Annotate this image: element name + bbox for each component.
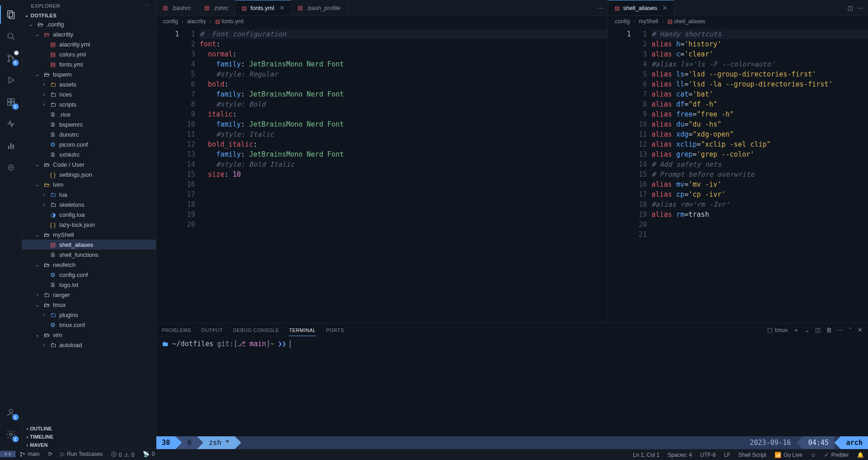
- terminal-more-icon[interactable]: ⋯: [837, 327, 843, 333]
- file-colors-yml[interactable]: ▤colors.yml: [22, 49, 156, 59]
- activity-chart[interactable]: [0, 135, 22, 157]
- kill-terminal-icon[interactable]: 🗑: [826, 327, 832, 333]
- folder--config[interactable]: ⌄🗁.config: [22, 19, 156, 29]
- editor-more-icon[interactable]: ⋯: [858, 5, 863, 11]
- status-problems[interactable]: ⓧ 0 ⚠ 0: [107, 451, 139, 459]
- status-feedback-icon[interactable]: ☺: [806, 452, 820, 458]
- section-outline[interactable]: ›OUTLINE: [22, 424, 156, 433]
- status-sync[interactable]: ⟳: [44, 451, 57, 457]
- activity-account[interactable]: 1: [0, 402, 22, 424]
- status-language[interactable]: Shell Script: [734, 452, 770, 458]
- tab--bashrc[interactable]: ▤.bashrc: [156, 0, 198, 15]
- file-config-conf[interactable]: ⚙config.conf: [22, 270, 156, 280]
- folder-skeletons[interactable]: ›🗀skeletons: [22, 199, 156, 210]
- split-terminal-icon[interactable]: ◫: [815, 327, 821, 333]
- activity-explorer[interactable]: [0, 4, 22, 26]
- breadcrumb-segment[interactable]: .config: [614, 18, 630, 25]
- section-timeline[interactable]: ›TIMELINE: [22, 433, 156, 441]
- tab--bash_profile[interactable]: ▤.bash_profile: [291, 0, 347, 15]
- breadcrumbs-right[interactable]: .config›myShell›▤ shell_aliases: [608, 16, 868, 27]
- file-picom-conf[interactable]: ⚙picom.conf: [22, 139, 156, 149]
- activity-search[interactable]: [0, 26, 22, 47]
- folder-lua[interactable]: ›🗀lua: [22, 189, 156, 199]
- project-header[interactable]: ⌄ DOTFILES: [22, 11, 156, 19]
- file-dunstrc[interactable]: 🗎dunstrc: [22, 129, 156, 139]
- folder-vim[interactable]: ⌄🗁vim: [22, 330, 156, 340]
- explorer-more-icon[interactable]: ⋯: [145, 3, 150, 9]
- activity-source-control[interactable]: 5 🕓: [0, 47, 22, 69]
- panel-tab-terminal[interactable]: TERMINAL: [289, 327, 316, 336]
- file--rice[interactable]: 🗎.rice: [22, 109, 156, 119]
- status-encoding[interactable]: UTF-8: [696, 452, 720, 458]
- tmux-proc[interactable]: zsh *: [203, 436, 235, 449]
- tab--zshrc[interactable]: ▤.zshrc: [198, 0, 236, 15]
- file-alacritty-yml[interactable]: ▤alacritty.yml: [22, 39, 156, 49]
- status-cursor-pos[interactable]: Ln 1, Col 1: [629, 452, 664, 458]
- file-settings-json[interactable]: { }settings.json: [22, 169, 156, 179]
- file-shell_functions[interactable]: 🗎shell_functions: [22, 250, 156, 260]
- panel-tab-output[interactable]: OUTPUT: [201, 327, 223, 333]
- folder-bspwm[interactable]: ⌄🗁bspwm: [22, 69, 156, 79]
- status-run-testcases[interactable]: ▷ Run Testcases: [57, 451, 107, 457]
- close-icon[interactable]: ✕: [279, 5, 284, 11]
- breadcrumb-segment[interactable]: alacritty: [187, 18, 206, 25]
- status-bell-icon[interactable]: 🔔: [853, 452, 868, 458]
- activity-monitor[interactable]: [0, 113, 22, 135]
- panel-tab-problems[interactable]: PROBLEMS: [162, 327, 191, 333]
- folder-code-user[interactable]: ⌄🗁Code / User: [22, 159, 156, 169]
- status-spaces[interactable]: Spaces: 4: [664, 452, 696, 458]
- breadcrumb-segment[interactable]: ▤ fonts.yml: [215, 18, 243, 25]
- terminal-body[interactable]: 🖿 ~/dotfiles git:[⎇ main]~ ❯❯: [156, 337, 868, 436]
- activity-settings[interactable]: 1: [0, 424, 22, 445]
- file-bspwmrc[interactable]: 🗎bspwmrc: [22, 119, 156, 129]
- tab-shell_aliases[interactable]: ▤shell_aliases✕: [608, 0, 674, 15]
- folder-myshell[interactable]: ⌄🗁myShell: [22, 230, 156, 240]
- code-editor-right[interactable]: # Handy shortcutsalias h='history'alias …: [651, 27, 868, 323]
- close-panel-icon[interactable]: ✕: [858, 327, 863, 333]
- folder-assets[interactable]: ›🗀assets: [22, 79, 156, 89]
- status-prettier[interactable]: ✓ Prettier: [820, 452, 853, 458]
- status-golive[interactable]: 📶 Go Live: [770, 452, 806, 458]
- section-maven[interactable]: ›MAVEN: [22, 441, 156, 449]
- folder-alacritty[interactable]: ⌄🗁alacritty: [22, 29, 156, 39]
- folder-plugins[interactable]: ›🗀plugins: [22, 310, 156, 320]
- tmux-window[interactable]: 0: [182, 436, 197, 449]
- status-eol[interactable]: LF: [720, 452, 734, 458]
- folder-tmux[interactable]: ⌄🗁tmux: [22, 300, 156, 310]
- tmux-session[interactable]: 30: [156, 436, 176, 449]
- new-terminal-icon[interactable]: ＋: [793, 326, 799, 334]
- status-ports[interactable]: 📡 0: [139, 451, 159, 457]
- file-tree[interactable]: ⌄🗁.config⌄🗁alacritty▤alacritty.yml▤color…: [22, 19, 156, 424]
- file-logo-txt[interactable]: 🗎logo.txt: [22, 280, 156, 290]
- folder-rices[interactable]: ›🗀rices: [22, 89, 156, 99]
- file-tmux-conf[interactable]: ⚙tmux.conf: [22, 320, 156, 330]
- panel-tab-ports[interactable]: PORTS: [326, 327, 344, 333]
- breadcrumb-segment[interactable]: .config: [162, 18, 178, 25]
- breadcrumbs-left[interactable]: .config›alacritty›▤ fonts.yml: [156, 16, 608, 27]
- folder-neofetch[interactable]: ⌄🗁neofetch: [22, 260, 156, 270]
- editor-more-icon[interactable]: ⋯: [597, 5, 603, 11]
- split-editor-icon[interactable]: ◫: [847, 5, 853, 11]
- file-lazy-lock-json[interactable]: { }lazy-lock.json: [22, 220, 156, 230]
- file-sxhkdrc[interactable]: 🗎sxhkdrc: [22, 149, 156, 159]
- breadcrumb-segment[interactable]: ▤ shell_aliases: [667, 18, 705, 25]
- tab-fonts-yml[interactable]: ▤fonts.yml✕: [235, 0, 291, 15]
- terminal-dropdown-icon[interactable]: ⌄: [805, 327, 810, 333]
- status-branch[interactable]: main: [16, 451, 44, 457]
- remote-indicator[interactable]: [0, 451, 16, 457]
- terminal-profile[interactable]: ▢ tmux: [767, 327, 788, 333]
- activity-run-debug[interactable]: [0, 69, 22, 91]
- panel-tab-debug-console[interactable]: DEBUG CONSOLE: [233, 327, 279, 333]
- file-config-lua[interactable]: ◑config.lua: [22, 210, 156, 220]
- maximize-panel-icon[interactable]: ˄: [849, 327, 852, 333]
- breadcrumb-segment[interactable]: myShell: [639, 18, 658, 25]
- activity-extensions[interactable]: 5: [0, 91, 22, 113]
- file-fonts-yml[interactable]: ▤fonts.yml: [22, 59, 156, 69]
- folder-ranger[interactable]: ›🗀ranger: [22, 290, 156, 300]
- code-editor-left[interactable]: # Font configurationfont: normal: family…: [200, 27, 608, 323]
- close-icon[interactable]: ✕: [662, 5, 667, 11]
- file-shell_aliases[interactable]: ▤shell_aliases: [22, 240, 156, 250]
- folder-autoload[interactable]: ›🗀autoload: [22, 340, 156, 350]
- folder-lvim[interactable]: ⌄🗁lvim: [22, 179, 156, 189]
- activity-sparkle-icon[interactable]: [0, 157, 22, 179]
